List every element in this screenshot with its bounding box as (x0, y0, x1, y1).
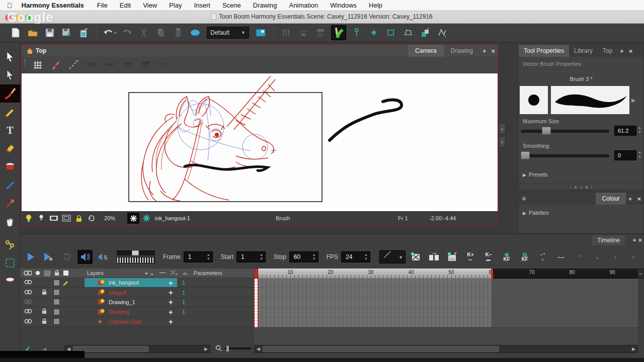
add-drawing-substitution-icon[interactable] (409, 250, 424, 264)
home-icon[interactable] (27, 48, 33, 54)
cut-icon[interactable] (137, 27, 150, 39)
tab-colour[interactable]: Colour (596, 193, 625, 205)
menu-item-play[interactable]: Play (169, 2, 182, 9)
save-button[interactable] (43, 27, 56, 39)
frames-scrollbar-thumb[interactable] (263, 346, 499, 352)
tab-timeline[interactable]: Timeline (592, 235, 625, 245)
timeline-resize-widget[interactable]: ⇔ (637, 268, 644, 279)
tab-tool-properties[interactable]: Tool Properties (519, 45, 569, 57)
maximum-size-value[interactable]: 61.2 (614, 126, 636, 136)
redo-button[interactable] (120, 27, 133, 39)
expand-group-icon[interactable]: ⌃ (572, 255, 587, 259)
expand-parameters-button[interactable]: + (169, 288, 173, 297)
layer-scope-icon[interactable] (44, 270, 51, 276)
transform-box-icon[interactable] (384, 27, 397, 39)
polygon-select-icon[interactable] (401, 27, 415, 39)
frame-ruler[interactable]: 102030405060708090 (254, 268, 638, 279)
line-tool[interactable] (3, 178, 18, 193)
menu-item-file[interactable]: File (97, 2, 108, 9)
layer-visibility-toggle[interactable] (24, 290, 32, 296)
play-button[interactable] (23, 250, 38, 264)
lock-icon[interactable] (42, 308, 47, 315)
tab-library[interactable]: Library (569, 45, 598, 57)
menu-item-drawing[interactable]: Drawing (253, 2, 277, 9)
close-colour-panel-button[interactable]: × (634, 195, 643, 203)
update-preview-button[interactable] (77, 27, 91, 39)
close-panel-button[interactable]: × (626, 47, 635, 55)
dropper-tool[interactable] (3, 196, 18, 211)
hand-tool[interactable] (3, 214, 18, 229)
timeline-zoom-knob[interactable] (226, 346, 229, 351)
smoothing-slider[interactable] (521, 154, 609, 157)
fps-spinbox[interactable]: 24▲▼ (341, 251, 370, 262)
header-checkbox[interactable] (63, 270, 69, 276)
add-keyframe-icon[interactable]: ⊕KF (499, 252, 514, 261)
menu-item-windows[interactable]: Windows (330, 2, 357, 9)
volume-widget[interactable] (117, 250, 155, 263)
layer-checkbox[interactable] (53, 309, 60, 315)
expand-parameters-button[interactable]: + (169, 308, 173, 316)
lock-icon[interactable] (42, 318, 47, 325)
rigging-tool[interactable] (3, 237, 18, 252)
scroll-down-button[interactable]: ∨ (582, 185, 592, 190)
solo-mode-icon[interactable] (35, 270, 40, 276)
show-hide-all-icon[interactable] (24, 270, 32, 276)
colour-pot-icon[interactable] (189, 27, 202, 39)
add-layer-button[interactable]: ＋⌄ (143, 269, 154, 278)
layer-checkbox[interactable] (53, 280, 60, 286)
collapse-left-button[interactable]: ‹ (499, 123, 506, 134)
timeline-zoom-slider[interactable] (225, 347, 251, 349)
toolbar-grab-handle[interactable] (24, 58, 26, 71)
add-timeline-panel-button[interactable]: + (632, 236, 636, 244)
reset-view-icon[interactable] (86, 213, 97, 223)
frame-spinbox[interactable]: 1▲▼ (184, 251, 213, 262)
camera-mask-icon[interactable] (48, 213, 59, 223)
layer-row-Drawing_1[interactable]: Drawing_1+1 (20, 298, 254, 307)
render-play-button[interactable]: ★ (41, 250, 56, 264)
presets-expander[interactable]: ▶Presets (523, 171, 547, 177)
exposure-tracks[interactable] (254, 279, 638, 327)
layer-row-Drawing[interactable]: Drawing+1 (20, 307, 254, 317)
save-all-button[interactable] (60, 27, 73, 39)
close-gap-icon[interactable] (297, 27, 310, 39)
add-keyframe-exposure-icon[interactable]: K+▪▪ (463, 252, 478, 262)
brush-preview-expand-icon[interactable]: ▶ (631, 97, 635, 104)
lightbulb-icon[interactable] (23, 213, 34, 223)
text-tool[interactable]: T (3, 123, 18, 138)
pencil-tool[interactable] (3, 104, 18, 119)
current-drawing-icon[interactable] (127, 213, 139, 224)
collapse-right-button[interactable]: › (499, 136, 506, 147)
expand-parameters-button[interactable]: + (169, 298, 173, 306)
layers-horizontal-scrollbar[interactable]: ◀ ▶ (64, 345, 210, 353)
expand-parameters-button[interactable]: + (169, 279, 173, 287)
layer-visibility-toggle[interactable] (24, 280, 32, 286)
paint-pot-tool[interactable] (3, 274, 18, 289)
close-view-button[interactable]: × (489, 47, 498, 55)
tab-drawing[interactable]: Drawing (444, 45, 480, 57)
brush-tool-active[interactable] (0, 84, 20, 103)
smoothing-slider-handle[interactable] (521, 151, 530, 159)
window-title-bar[interactable]: Google Toon Boom Harmony Essentials Scen… (0, 11, 644, 24)
scroll-up-button[interactable]: ∧ (571, 185, 581, 190)
velocity-editor-icon[interactable] (436, 27, 449, 39)
maximum-size-spinner[interactable]: ▲▼ (638, 126, 641, 134)
volume-slider-handle[interactable] (132, 250, 139, 255)
add-peg-button[interactable]: ⤬₊ (171, 269, 178, 278)
list-icon[interactable] (314, 27, 327, 39)
layer-name[interactable]: Drawing (109, 309, 129, 315)
delete-keyframe-icon[interactable]: ⊟KF (517, 252, 532, 261)
add-colour-panel-button[interactable]: + (626, 195, 635, 203)
menu-item-animation[interactable]: Animation (289, 2, 318, 9)
maximum-size-slider[interactable] (521, 130, 609, 133)
maximum-size-slider-handle[interactable] (542, 127, 551, 135)
collapse-group-icon[interactable]: ⌄ (590, 255, 605, 259)
workspace-layout-icon[interactable] (254, 27, 267, 39)
stop-spinbox[interactable]: 60▲▼ (289, 251, 318, 262)
smoothing-spinner[interactable]: ▲▼ (638, 150, 641, 158)
eraser-tool[interactable] (3, 141, 18, 156)
transform-tool[interactable] (3, 67, 18, 82)
delete-layer-button[interactable]: — (159, 269, 166, 278)
layer-name[interactable]: ink_hangout (109, 280, 139, 286)
onion-skin-icon[interactable] (48, 59, 63, 71)
palettes-expander[interactable]: ▶Palettes (523, 210, 643, 216)
